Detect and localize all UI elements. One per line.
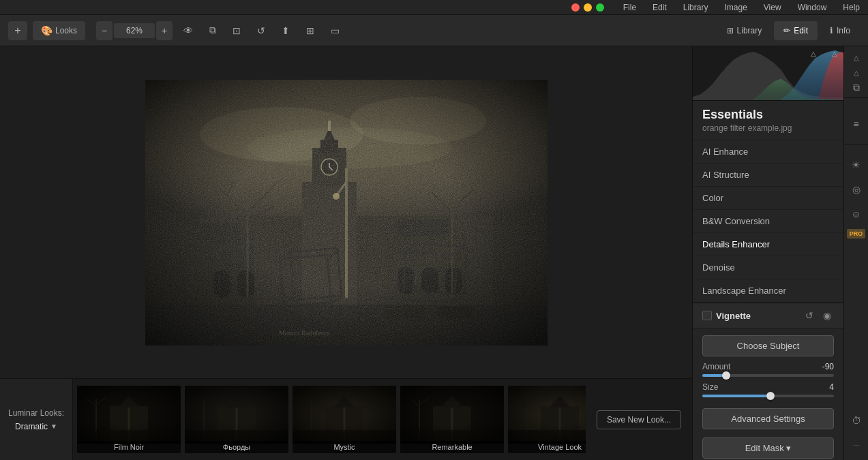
close-button[interactable] [571, 3, 580, 12]
triangle-right-icon[interactable]: △ [847, 67, 866, 79]
filmstrip-item-vintage-look[interactable]: Vintage Look [507, 384, 586, 455]
panel-lines-icon[interactable]: ≡ [847, 114, 866, 134]
zoom-plus-button[interactable]: + [156, 21, 173, 40]
menu-item-file[interactable]: File [620, 1, 639, 14]
filmstrip-item-label: Фьорды [185, 441, 288, 453]
tool-item-landscape-enhancer[interactable]: Landscape Enhancer [693, 279, 843, 303]
filename-label: orange filter example.jpg [702, 123, 834, 133]
filmstrip-item-film-noir[interactable]: Film Noir [76, 384, 182, 455]
image-container[interactable]: Monica Radulescu [0, 46, 692, 378]
svg-rect-94 [400, 386, 504, 444]
rect-icon[interactable]: ▭ [325, 22, 345, 40]
preset-name: Dramatic [15, 422, 48, 431]
tool-item-color[interactable]: Color [693, 187, 843, 210]
amount-label-row: Amount -90 [702, 362, 834, 371]
zoom-input[interactable] [114, 23, 155, 38]
library-tab[interactable]: ⊞ Library [717, 21, 772, 40]
toolbar-right: ⊞ Library ✏ Edit ℹ Info [717, 21, 860, 40]
eye-icon[interactable]: 👁 [178, 22, 198, 40]
filmstrip-label: Luminar Looks: Dramatic ▼ [0, 379, 73, 460]
crop-icon[interactable]: ⊡ [227, 22, 246, 40]
library-icon: ⊞ [727, 26, 734, 35]
info-label: Info [837, 26, 850, 35]
advanced-settings-button[interactable]: Advanced Settings [702, 408, 834, 429]
edit-icon: ✏ [783, 26, 790, 35]
layers-icon[interactable]: ⧉ [847, 81, 866, 93]
triangle-icon[interactable]: △ [847, 52, 866, 64]
main-content: Monica Radulescu Luminar Looks: Dramatic [0, 46, 868, 460]
svg-text:△: △ [811, 50, 816, 57]
tool-item-b&w-conversion[interactable]: B&W Conversion [693, 210, 843, 233]
pro-badge[interactable]: PRO [847, 229, 866, 239]
choose-subject-button[interactable]: Choose Subject [702, 335, 834, 356]
vignette-checkbox[interactable] [702, 311, 712, 320]
edit-mask-button[interactable]: Edit Mask ▾ [702, 438, 834, 459]
size-value: 4 [813, 382, 834, 392]
histogram-area: △ △ [693, 46, 843, 101]
amount-value: -90 [813, 362, 834, 371]
histogram-top-icons: △ △ ⧉ [844, 52, 868, 98]
window-controls [571, 3, 604, 12]
minimize-button[interactable] [584, 3, 592, 12]
info-icon: ℹ [830, 26, 833, 35]
sun-icon[interactable]: ☀ [847, 155, 866, 174]
more-options-icon[interactable]: ··· [847, 435, 866, 455]
library-label: Library [737, 26, 762, 35]
dramatic-preset-selector[interactable]: Dramatic ▼ [15, 422, 57, 431]
rotate-icon[interactable]: ↺ [252, 22, 271, 40]
info-tab[interactable]: ℹ Info [820, 21, 860, 40]
svg-rect-67 [77, 386, 181, 444]
essentials-section: Essentials orange filter example.jpg [693, 101, 843, 140]
face-icon[interactable]: ☺ [847, 204, 866, 224]
size-slider-thumb[interactable] [766, 392, 775, 400]
save-new-look-button[interactable]: Save New Look... [597, 410, 681, 429]
zoom-control: − + [96, 21, 173, 40]
right-icons-strip: △ △ ⧉ ≡ ☀ ◎ ☺ PRO ⏱ ··· [843, 46, 868, 460]
maximize-button[interactable] [596, 3, 604, 12]
vignette-reset-button[interactable]: ↺ [803, 309, 816, 322]
luminar-looks-label: Luminar Looks: [8, 408, 64, 418]
vignette-header: Vignette ↺ ◉ [693, 303, 843, 328]
filmstrip-item-mystic[interactable]: Mystic [291, 384, 398, 455]
size-slider-fill [702, 395, 770, 397]
vignette-section: Vignette ↺ ◉ Choose Subject Amount -90 [693, 303, 843, 460]
svg-rect-58 [145, 80, 548, 346]
chevron-down-icon: ▼ [50, 423, 57, 430]
add-button[interactable]: + [8, 21, 27, 40]
vignette-title: Vignette [716, 311, 798, 321]
tool-item-denoise[interactable]: Denoise [693, 256, 843, 279]
edit-tab[interactable]: ✏ Edit [774, 21, 818, 40]
tool-item-ai-structure[interactable]: AI Structure [693, 164, 843, 187]
menu-item-library[interactable]: Library [680, 1, 711, 14]
svg-rect-76 [185, 386, 288, 444]
size-label: Size [702, 382, 718, 392]
menu-item-edit[interactable]: Edit [650, 1, 670, 14]
tool-list: AI EnhanceAI StructureColorB&W Conversio… [693, 140, 843, 303]
tool-item-ai-enhance[interactable]: AI Enhance [693, 140, 843, 164]
looks-button[interactable]: 🎨 Looks [33, 21, 85, 40]
size-label-row: Size 4 [702, 382, 834, 392]
share-icon[interactable]: ⬆ [276, 22, 295, 40]
canvas-area: Monica Radulescu Luminar Looks: Dramatic [0, 46, 692, 460]
amount-slider-thumb[interactable] [722, 371, 730, 380]
menu-bar: FileEditLibraryImageViewWindowHelp [0, 0, 868, 15]
main-image-svg: Monica Radulescu [145, 80, 548, 346]
menu-item-image[interactable]: Image [721, 1, 749, 14]
size-slider-row: Size 4 [702, 382, 834, 397]
vignette-visibility-button[interactable]: ◉ [820, 309, 834, 322]
history-icon[interactable]: ⏱ [847, 411, 866, 430]
filmstrip-scroll[interactable]: Film Noir Фьорды Mystic [73, 379, 586, 460]
menu-item-view[interactable]: View [761, 1, 784, 14]
size-slider-track[interactable] [702, 395, 834, 397]
filmstrip-item-фьорды[interactable]: Фьорды [183, 384, 290, 455]
menu-item-window[interactable]: Window [795, 1, 830, 14]
svg-text:△: △ [832, 50, 837, 57]
menu-item-help[interactable]: Help [840, 1, 863, 14]
grid-icon[interactable]: ⊞ [301, 22, 320, 40]
filmstrip-item-remarkable[interactable]: Remarkable [399, 384, 505, 455]
zoom-minus-button[interactable]: − [96, 21, 113, 40]
amount-slider-track[interactable] [702, 374, 834, 377]
compare-icon[interactable]: ⧉ [204, 21, 222, 40]
tool-item-details-enhancer[interactable]: Details Enhancer [693, 233, 843, 256]
palette-icon[interactable]: ◎ [847, 180, 866, 199]
